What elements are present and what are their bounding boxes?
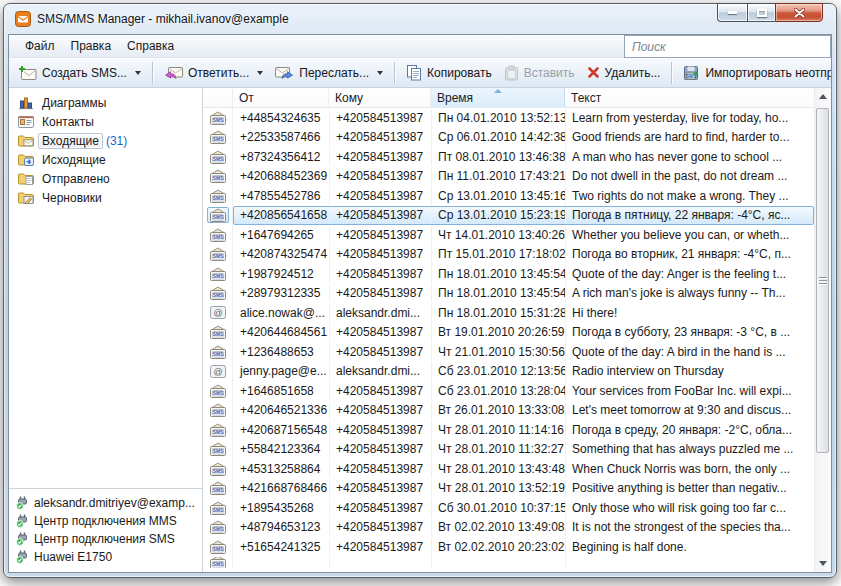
sidebar-item-drafts[interactable]: Черновики — [9, 188, 202, 207]
client-area: Файл Правка Справка Создать SMS... Ответ… — [8, 34, 832, 573]
paste-icon — [504, 65, 519, 81]
row-text: Learn from yesterday, live for today, ho… — [566, 109, 813, 127]
reply-button[interactable]: Ответить... — [158, 62, 269, 84]
row-text: Погода в среду, 20 января: -2°C, обла... — [566, 421, 813, 439]
delete-button[interactable]: Удалить... — [581, 63, 667, 83]
sidebar-item-contacts[interactable]: Контакты — [9, 112, 202, 131]
menu-edit[interactable]: Правка — [63, 36, 120, 56]
row-from — [234, 558, 330, 567]
svg-text:SMS: SMS — [212, 450, 223, 455]
column-header-icon[interactable] — [203, 88, 233, 107]
row-text: Quote of the day: A bird in the hand is … — [566, 343, 813, 361]
row-to: +420584513987 — [330, 402, 432, 420]
table-row[interactable]: SMS +48794653123 +420584513987 Вт 02.02.… — [203, 518, 814, 538]
table-row[interactable]: @ alice.nowak@... aleksandr.dmi... Пн 18… — [203, 303, 814, 323]
copy-button[interactable]: Копировать — [400, 62, 498, 84]
table-row[interactable]: SMS +28979312335 +420584513987 Пн 18.01.… — [203, 284, 814, 304]
chevron-down-icon[interactable] — [377, 71, 383, 75]
chevron-down-icon[interactable] — [257, 71, 263, 75]
row-time: Сб 30.01.2010 10:37:15 — [432, 499, 566, 517]
menu-help[interactable]: Справка — [119, 36, 182, 56]
minimize-button[interactable] — [717, 3, 747, 22]
sms-icon: SMS — [209, 481, 227, 495]
table-row[interactable]: SMS +420646521336 +420584513987 Вт 26.01… — [203, 401, 814, 421]
sms-icon: SMS — [209, 111, 227, 125]
row-text: Do not dwell in the past, do not dream .… — [566, 168, 813, 186]
svg-text:SMS: SMS — [212, 118, 223, 123]
table-row[interactable]: SMS +1647694265 +420584513987 Чт 14.01.2… — [203, 225, 814, 245]
close-icon — [794, 8, 805, 18]
table-row[interactable]: SMS +420874325474 +420584513987 Пт 15.01… — [203, 245, 814, 265]
maximize-button[interactable] — [747, 3, 775, 22]
table-row[interactable]: SMS +420644684561 +420584513987 Вт 19.01… — [203, 323, 814, 343]
table-row[interactable]: SMS +47855452786 +420584513987 Ср 13.01.… — [203, 186, 814, 206]
scrollbar-grip-icon — [819, 277, 827, 284]
table-row[interactable]: SMS +22533587466 +420584513987 Ср 06.01.… — [203, 128, 814, 148]
sidebar-item-outbox[interactable]: Исходящие — [9, 150, 202, 169]
row-text: Your services from FooBar Inc. will expi… — [566, 382, 813, 400]
row-from: +47855452786 — [234, 187, 330, 205]
create-sms-button[interactable]: Создать SMS... — [12, 62, 147, 84]
menu-bar: Файл Правка Справка — [9, 35, 831, 58]
row-to: +420584513987 — [330, 207, 432, 225]
row-time: Сб 23.01.2010 12:13:56 — [432, 363, 566, 381]
chevron-down-icon[interactable] — [135, 71, 141, 75]
sms-icon: SMS — [209, 208, 227, 222]
column-header-time[interactable]: Время — [431, 88, 565, 107]
table-row[interactable]: SMS +1236488653 +420584513987 Чт 21.01.2… — [203, 342, 814, 362]
table-row[interactable]: SMS +45313258864 +420584513987 Чт 28.01.… — [203, 459, 814, 479]
sidebar-item-sent[interactable]: Отправлено — [9, 169, 202, 188]
search-input[interactable] — [624, 35, 831, 58]
import-unsent-button[interactable]: SMS Импортировать неотпр — [677, 62, 831, 84]
table-row-partial[interactable]: SMS — [203, 557, 814, 568]
contacts-icon — [17, 115, 34, 128]
connection-item[interactable]: Huawei E1750 — [14, 548, 202, 566]
sms-icon: SMS — [209, 247, 227, 261]
sidebar-item-charts[interactable]: Диаграммы — [9, 93, 202, 112]
table-row[interactable]: @ jenny.page@e... aleksandr.dmi... Сб 23… — [203, 362, 814, 382]
forward-button[interactable]: Переслать... — [269, 62, 389, 84]
table-row[interactable]: SMS +87324356412 +420584513987 Пт 08.01.… — [203, 147, 814, 167]
table-row[interactable]: SMS +420687156548 +420584513987 Чт 28.01… — [203, 420, 814, 440]
table-row[interactable]: SMS +420688452369 +420584513987 Пн 11.01… — [203, 167, 814, 187]
title-bar[interactable]: SMS/MMS Manager - mikhail.ivanov@example — [4, 4, 836, 34]
vertical-scrollbar[interactable] — [814, 88, 831, 572]
import-unsent-icon: SMS — [683, 65, 700, 81]
connection-item[interactable]: aleksandr.dmitriyev@examp... — [14, 494, 202, 512]
svg-text:SMS: SMS — [212, 333, 223, 338]
sms-icon: SMS — [209, 540, 227, 554]
svg-text:SMS: SMS — [212, 255, 223, 260]
forward-icon — [275, 65, 294, 81]
sms-icon: SMS — [209, 384, 227, 398]
row-from: +22533587466 — [234, 129, 330, 147]
menu-file[interactable]: Файл — [17, 36, 63, 56]
scroll-down-button[interactable] — [815, 555, 831, 572]
create-sms-label: Создать SMS... — [42, 66, 127, 80]
table-row[interactable]: SMS +51654241325 +420584513987 Вт 02.02.… — [203, 537, 814, 557]
table-row[interactable]: SMS +55842123364 +420584513987 Чт 28.01.… — [203, 440, 814, 460]
scroll-up-button[interactable] — [815, 88, 831, 105]
scrollbar-thumb[interactable] — [816, 108, 829, 453]
table-row[interactable]: SMS +1987924512 +420584513987 Пн 18.01.2… — [203, 264, 814, 284]
table-row[interactable]: SMS +1895435268 +420584513987 Сб 30.01.2… — [203, 498, 814, 518]
connection-item[interactable]: Центр подключения SMS — [14, 530, 202, 548]
svg-text:SMS: SMS — [212, 177, 223, 182]
row-from: +48794653123 — [234, 519, 330, 537]
column-header-text[interactable]: Текст — [565, 88, 814, 107]
table-row[interactable]: SMS +1646851658 +420584513987 Сб 23.01.2… — [203, 381, 814, 401]
row-time: Чт 14.01.2010 13:40:26 — [432, 226, 566, 244]
table-row[interactable]: SMS +44854324635 +420584513987 Пн 04.01.… — [203, 108, 814, 128]
sidebar-item-inbox[interactable]: Входящие (31) — [9, 131, 202, 150]
message-table: От Кому Время Текст SMS +44854324635 +42… — [203, 88, 831, 572]
plug-icon — [14, 514, 31, 528]
column-header-from[interactable]: От — [233, 88, 329, 107]
charts-icon — [17, 96, 34, 110]
sms-icon: SMS — [209, 169, 227, 183]
table-row[interactable]: SMS +421668768466 +420584513987 Чт 28.01… — [203, 479, 814, 499]
row-from: alice.nowak@... — [234, 304, 330, 322]
connection-item[interactable]: Центр подключения MMS — [14, 512, 202, 530]
row-text: It is not the strongest of the species t… — [566, 519, 813, 537]
column-header-to[interactable]: Кому — [329, 88, 431, 107]
close-button[interactable] — [775, 3, 823, 22]
table-row[interactable]: SMS +420856541658 +420584513987 Ср 13.01… — [203, 206, 814, 226]
